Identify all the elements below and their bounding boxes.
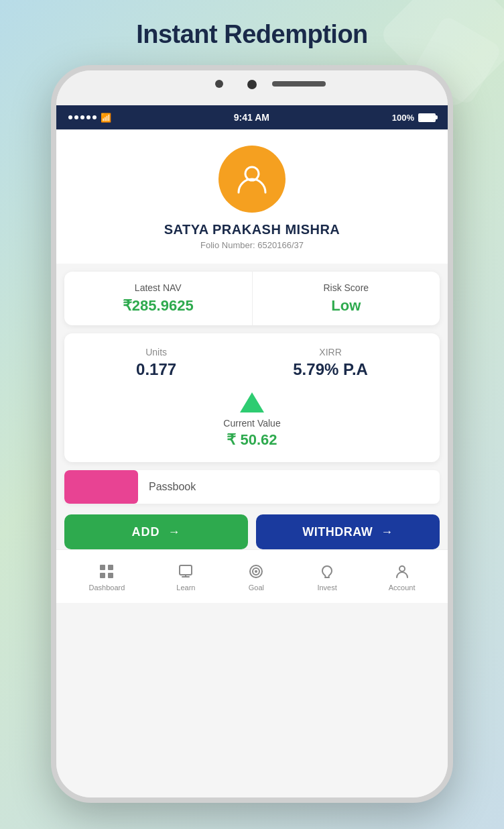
- units-value: 0.177: [136, 360, 176, 379]
- current-value-section: Current Value ₹ 50.62: [78, 392, 426, 449]
- folio-label: Folio Number:: [200, 240, 255, 250]
- account-icon: [393, 562, 412, 581]
- svg-rect-2: [108, 565, 113, 570]
- withdraw-label: WITHDRAW: [302, 525, 373, 539]
- latest-nav-value: ₹285.9625: [123, 297, 194, 315]
- units-card: Units 0.177 XIRR 5.79% P.A Current Value…: [64, 333, 440, 462]
- dashboard-label: Dashboard: [88, 584, 125, 592]
- svg-rect-4: [108, 573, 113, 578]
- latest-nav-label: Latest NAV: [135, 282, 182, 293]
- signal-dot-4: [86, 115, 90, 119]
- battery-icon: [418, 113, 436, 122]
- front-camera: [215, 80, 223, 88]
- nav-section: Latest NAV ₹285.9625: [64, 272, 253, 325]
- nav-item-invest[interactable]: Invest: [317, 562, 336, 592]
- signal-dot-1: [68, 115, 72, 119]
- phone-camera: [247, 80, 257, 89]
- svg-point-10: [255, 570, 257, 573]
- phone-frame: 📶 9:41 AM 100% SATYA PRAKASH MISHRA Foli…: [51, 65, 453, 803]
- nav-item-dashboard[interactable]: Dashboard: [88, 562, 125, 592]
- current-value-label: Current Value: [223, 418, 280, 429]
- signal-dot-3: [80, 115, 84, 119]
- status-left: 📶: [68, 113, 111, 123]
- user-name: SATYA PRAKASH MISHRA: [164, 222, 340, 237]
- current-value: ₹ 50.62: [227, 431, 277, 449]
- status-time: 9:41 AM: [234, 112, 269, 123]
- folio-value: 6520166/37: [257, 240, 304, 250]
- passbook-label: Passbook: [149, 481, 196, 493]
- signal-dot-2: [74, 115, 78, 119]
- risk-score-value: Low: [331, 297, 361, 315]
- bottom-nav: Dashboard Learn: [56, 549, 448, 603]
- phone-content: SATYA PRAKASH MISHRA Folio Number: 65201…: [56, 129, 448, 797]
- invest-label: Invest: [317, 584, 336, 592]
- nav-item-account[interactable]: Account: [389, 562, 416, 592]
- svg-rect-3: [100, 573, 105, 578]
- trend-up-icon: [240, 392, 264, 412]
- signal-dots: [68, 115, 97, 119]
- user-icon: [235, 162, 269, 197]
- svg-rect-5: [180, 565, 192, 575]
- invest-icon: [318, 562, 336, 581]
- goal-label: Goal: [249, 584, 264, 592]
- nav-item-goal[interactable]: Goal: [247, 562, 265, 592]
- battery-percentage: 100%: [392, 113, 414, 123]
- dashboard-icon: [97, 562, 116, 581]
- add-label: ADD: [132, 525, 160, 539]
- goal-icon: [247, 562, 265, 581]
- units-col: Units 0.177: [136, 347, 176, 379]
- avatar-section: SATYA PRAKASH MISHRA Folio Number: 65201…: [56, 129, 448, 264]
- wifi-icon: 📶: [101, 113, 111, 123]
- xirr-col: XIRR 5.79% P.A: [293, 347, 368, 379]
- battery-fill: [420, 115, 434, 121]
- learn-icon: [176, 562, 195, 581]
- status-bar: 📶 9:41 AM 100%: [56, 105, 448, 129]
- add-button[interactable]: ADD →: [64, 514, 248, 549]
- units-xirr-row: Units 0.177 XIRR 5.79% P.A: [78, 347, 426, 379]
- xirr-label: XIRR: [319, 347, 341, 357]
- avatar: [218, 146, 286, 213]
- svg-point-12: [399, 566, 405, 571]
- nav-risk-card: Latest NAV ₹285.9625 Risk Score Low: [64, 272, 440, 325]
- phone-top: [56, 70, 448, 105]
- learn-label: Learn: [176, 584, 195, 592]
- phone-speaker: [272, 81, 326, 87]
- units-label: Units: [145, 347, 167, 357]
- status-right: 100%: [392, 113, 436, 123]
- passbook-row[interactable]: Passbook: [64, 470, 440, 504]
- signal-dot-5: [92, 115, 97, 119]
- risk-section: Risk Score Low: [253, 272, 440, 325]
- nav-item-learn[interactable]: Learn: [176, 562, 195, 592]
- add-arrow-icon: →: [168, 525, 181, 539]
- withdraw-button[interactable]: WITHDRAW →: [256, 514, 440, 549]
- xirr-value: 5.79% P.A: [293, 360, 368, 379]
- passbook-pink-tab: [64, 470, 138, 504]
- withdraw-arrow-icon: →: [381, 525, 393, 539]
- account-label: Account: [389, 584, 416, 592]
- page-title: Instant Redemption: [136, 20, 368, 49]
- svg-rect-1: [100, 565, 105, 570]
- action-buttons: ADD → WITHDRAW →: [64, 514, 440, 549]
- risk-score-label: Risk Score: [323, 282, 369, 293]
- folio-number: Folio Number: 6520166/37: [200, 240, 304, 250]
